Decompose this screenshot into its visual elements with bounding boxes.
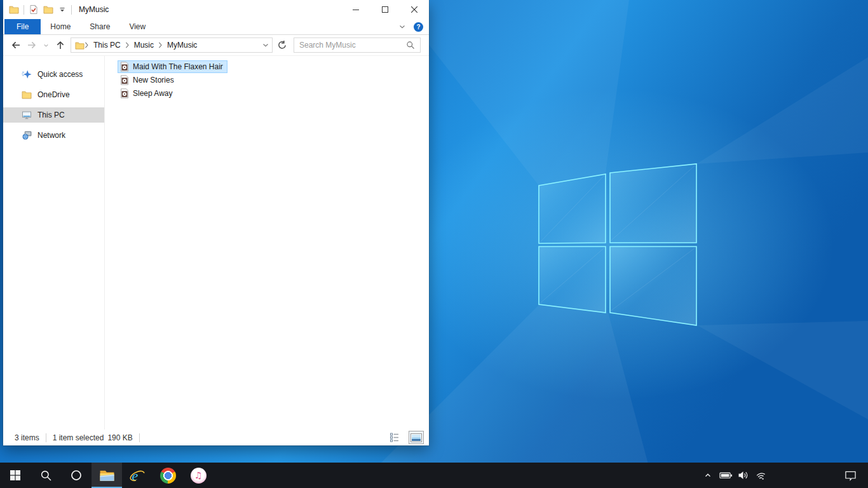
file-explorer-window: MyMusic File Home Share View ? xyxy=(3,0,429,445)
volume-icon[interactable] xyxy=(735,463,752,488)
tab-file[interactable]: File xyxy=(4,19,41,34)
status-bar: 3 items 1 item selected 190 KB xyxy=(3,430,429,445)
sidebar-item-onedrive[interactable]: OneDrive xyxy=(3,87,104,102)
file-list: Maid With The Flaxen Hair New Stories Sl… xyxy=(105,56,429,430)
sidebar-item-label: Network xyxy=(37,131,65,140)
audio-file-icon xyxy=(119,62,130,72)
breadcrumb-mymusic[interactable]: MyMusic xyxy=(163,41,201,50)
address-bar[interactable]: This PC Music MyMusic xyxy=(71,37,273,53)
navigation-pane: Quick access OneDrive This PC Network xyxy=(3,56,105,430)
expand-ribbon-chevron-icon[interactable] xyxy=(398,22,407,31)
itunes-icon[interactable]: ♫ xyxy=(183,463,214,488)
items-count: 3 items xyxy=(15,433,39,442)
minimize-button[interactable] xyxy=(341,0,370,19)
sidebar-item-label: This PC xyxy=(37,111,65,119)
onedrive-folder-icon xyxy=(22,90,32,100)
system-tray xyxy=(699,463,868,488)
wifi-icon[interactable] xyxy=(752,463,770,488)
audio-file-icon xyxy=(119,88,130,98)
sidebar-item-label: OneDrive xyxy=(37,90,70,99)
title-bar[interactable]: MyMusic xyxy=(3,0,429,19)
chrome-icon[interactable] xyxy=(153,463,183,488)
toolbar-separator xyxy=(24,5,24,15)
file-name: Sleep Away xyxy=(133,89,173,98)
large-icons-view-icon[interactable] xyxy=(409,431,424,444)
this-pc-monitor-icon xyxy=(22,110,32,120)
start-button[interactable] xyxy=(0,463,31,488)
sidebar-item-this-pc[interactable]: This PC xyxy=(3,107,104,123)
qat-new-folder-button[interactable] xyxy=(43,4,53,15)
quick-access-toolbar: MyMusic xyxy=(3,0,109,19)
search-input[interactable] xyxy=(299,41,406,50)
hidden-icons-chevron-icon[interactable] xyxy=(699,463,717,488)
search-box xyxy=(294,37,421,53)
file-item[interactable]: Maid With The Flaxen Hair xyxy=(118,60,227,73)
breadcrumb-music[interactable]: Music xyxy=(130,41,158,50)
sidebar-item-label: Quick access xyxy=(37,70,83,79)
quick-access-star-icon xyxy=(22,69,32,79)
help-icon[interactable]: ? xyxy=(414,22,423,32)
breadcrumb-this-pc[interactable]: This PC xyxy=(89,41,125,50)
address-folder-icon xyxy=(75,41,85,50)
file-name: Maid With The Flaxen Hair xyxy=(133,62,223,71)
taskbar: ♫ xyxy=(0,463,868,488)
refresh-icon[interactable] xyxy=(276,39,288,51)
battery-icon[interactable] xyxy=(717,463,735,488)
recent-locations-chevron-icon[interactable] xyxy=(43,42,50,49)
details-view-icon[interactable] xyxy=(387,431,402,444)
search-icon[interactable] xyxy=(406,41,415,50)
desktop: MyMusic File Home Share View ? xyxy=(0,0,868,488)
sidebar-item-quick-access[interactable]: Quick access xyxy=(3,67,104,82)
statusbar-separator xyxy=(139,433,140,442)
up-icon[interactable] xyxy=(55,40,65,50)
qat-customize-chevron-icon[interactable] xyxy=(58,5,67,14)
maximize-button[interactable] xyxy=(370,0,400,19)
taskbar-search-icon[interactable] xyxy=(31,463,61,488)
tab-share[interactable]: Share xyxy=(80,19,119,34)
navigation-bar: This PC Music MyMusic xyxy=(3,35,429,56)
close-button[interactable] xyxy=(400,0,429,19)
qat-properties-button[interactable] xyxy=(29,4,39,15)
file-name: New Stories xyxy=(133,76,174,85)
back-icon[interactable] xyxy=(11,40,21,50)
audio-file-icon xyxy=(119,75,130,85)
taskbar-file-explorer-icon[interactable] xyxy=(92,463,122,488)
toolbar-separator xyxy=(71,5,72,15)
breadcrumb-chevron-icon[interactable] xyxy=(125,42,130,48)
action-center-icon[interactable] xyxy=(841,463,859,488)
selection-count: 1 item selected xyxy=(53,433,104,442)
network-icon xyxy=(22,130,32,140)
statusbar-separator xyxy=(46,433,46,442)
breadcrumb-chevron-icon[interactable] xyxy=(85,42,89,48)
explorer-window-icon[interactable] xyxy=(9,4,19,15)
cortana-icon[interactable] xyxy=(61,463,92,488)
tray-spacer xyxy=(770,463,841,488)
tab-view[interactable]: View xyxy=(119,19,155,34)
sidebar-item-network[interactable]: Network xyxy=(3,128,104,143)
address-dropdown-chevron-icon[interactable] xyxy=(261,41,270,50)
file-item[interactable]: Sleep Away xyxy=(118,87,177,100)
internet-explorer-icon[interactable] xyxy=(122,463,153,488)
breadcrumb-chevron-icon[interactable] xyxy=(158,42,163,48)
forward-icon[interactable] xyxy=(27,40,37,50)
file-item[interactable]: New Stories xyxy=(118,74,179,86)
tab-home[interactable]: Home xyxy=(41,19,80,34)
selection-size: 190 KB xyxy=(107,433,132,442)
ribbon-tab-bar: File Home Share View ? xyxy=(3,19,429,35)
window-title: MyMusic xyxy=(79,5,109,14)
window-controls xyxy=(341,0,429,19)
